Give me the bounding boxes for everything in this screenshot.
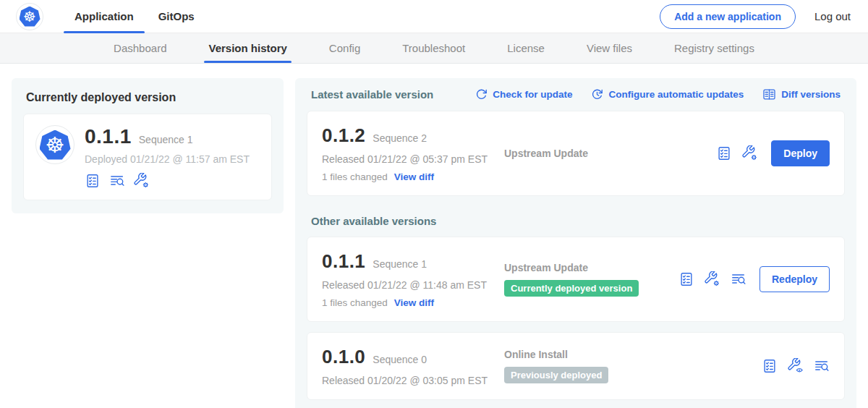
latest-version-header: Latest available version Check for updat… <box>311 88 841 101</box>
deployed-version-card: ☸ 0.1.1 Sequence 1 Deployed 01/21/22 @ 1… <box>23 114 272 200</box>
version-number: 0.1.0 <box>322 346 365 368</box>
version-card-actions <box>762 358 830 374</box>
edit-config-icon[interactable] <box>705 271 720 287</box>
version-card: 0.1.0 Sequence 0 Released 01/20/22 @ 03:… <box>307 332 845 400</box>
preflight-checks-icon[interactable] <box>716 145 732 161</box>
currently-deployed-panel: Currently deployed version ☸ 0.1.1 Seque… <box>12 78 284 213</box>
check-for-update-link[interactable]: Check for update <box>475 88 572 101</box>
tab-application[interactable]: Application <box>64 0 145 33</box>
deploy-logs-icon[interactable] <box>731 271 746 287</box>
view-config-icon[interactable] <box>788 358 804 374</box>
deploy-logs-icon[interactable] <box>814 358 830 374</box>
preflight-checks-icon[interactable] <box>678 271 694 287</box>
released-timestamp: Released 01/21/22 @ 11:48 am EST <box>322 279 504 291</box>
tab-config[interactable]: Config <box>328 33 362 63</box>
sequence-label: Sequence 0 <box>373 354 427 365</box>
version-card-actions: Redeploy <box>678 266 830 292</box>
released-timestamp: Released 01/21/22 @ 05:37 pm EST <box>322 153 504 165</box>
previously-deployed-badge: Previously deployed <box>504 367 608 383</box>
version-source: Online Install Previously deployed <box>504 349 762 383</box>
edit-config-icon[interactable] <box>134 173 150 189</box>
app-icon-badge: ☸ <box>35 125 75 164</box>
version-number: 0.1.2 <box>322 124 365 147</box>
edit-config-icon[interactable] <box>742 145 758 161</box>
tab-application-label: Application <box>75 10 134 22</box>
latest-version-title: Latest available version <box>311 88 433 101</box>
other-versions-title: Other available versions <box>311 215 841 227</box>
version-info: 0.1.1 Sequence 1 Released 01/21/22 @ 11:… <box>322 250 504 308</box>
redeploy-button[interactable]: Redeploy <box>760 266 830 292</box>
deployed-version-number: 0.1.1 <box>85 125 132 148</box>
released-timestamp: Released 01/20/22 @ 03:05 pm EST <box>322 375 504 386</box>
sequence-label: Sequence 2 <box>373 132 427 144</box>
currently-deployed-title: Currently deployed version <box>26 91 272 104</box>
deployed-timestamp: Deployed 01/21/22 @ 11:57 am EST <box>85 153 250 165</box>
refresh-icon <box>475 88 488 101</box>
tab-dashboard[interactable]: Dashboard <box>112 33 168 63</box>
available-versions-panel: Latest available version Check for updat… <box>295 78 856 408</box>
source-label: Upstream Update <box>504 262 678 273</box>
version-info: 0.1.0 Sequence 0 Released 01/20/22 @ 03:… <box>322 346 504 386</box>
app-sub-nav: Dashboard Version history Config Trouble… <box>0 33 868 64</box>
top-nav: ☸ Application GitOps Add a new applicati… <box>0 0 868 33</box>
diff-icon <box>762 88 776 101</box>
source-label: Upstream Update <box>504 148 716 159</box>
tab-gitops-label: GitOps <box>158 10 195 22</box>
tab-view-files[interactable]: View files <box>585 33 634 63</box>
tab-gitops[interactable]: GitOps <box>148 0 205 33</box>
tab-license[interactable]: License <box>506 33 546 63</box>
deploy-button[interactable]: Deploy <box>771 140 830 166</box>
kubernetes-logo-icon: ☸ <box>20 7 41 27</box>
view-diff-link[interactable]: View diff <box>394 171 434 182</box>
diff-versions-link[interactable]: Diff versions <box>762 88 841 101</box>
add-application-button[interactable]: Add a new application <box>660 4 796 29</box>
version-source: Upstream Update <box>504 148 716 159</box>
files-changed-label: 1 files changed <box>322 171 388 182</box>
view-diff-link[interactable]: View diff <box>394 297 434 308</box>
currently-deployed-badge: Currently deployed version <box>504 280 639 297</box>
deployed-version-info: 0.1.1 Sequence 1 Deployed 01/21/22 @ 11:… <box>85 125 250 189</box>
configure-automatic-updates-link[interactable]: Configure automatic updates <box>591 88 744 101</box>
kots-admin-console: ☸ Application GitOps Add a new applicati… <box>0 0 868 408</box>
version-number: 0.1.1 <box>322 250 365 273</box>
top-nav-right: Add a new application Log out <box>660 4 851 29</box>
check-for-update-label: Check for update <box>493 89 572 100</box>
app-logo: ☸ <box>16 3 43 30</box>
version-info: 0.1.2 Sequence 2 Released 01/21/22 @ 05:… <box>322 124 504 182</box>
deployed-sequence-label: Sequence 1 <box>139 134 193 145</box>
diff-versions-label: Diff versions <box>781 89 841 100</box>
version-card-actions: Deploy <box>716 140 830 166</box>
tab-version-history[interactable]: Version history <box>207 33 288 63</box>
tab-troubleshoot[interactable]: Troubleshoot <box>401 33 467 63</box>
version-source: Upstream Update Currently deployed versi… <box>504 262 678 297</box>
preflight-checks-icon[interactable] <box>85 173 101 189</box>
logout-button[interactable]: Log out <box>814 10 851 22</box>
schedule-update-icon <box>591 88 603 101</box>
version-card: 0.1.2 Sequence 2 Released 01/21/22 @ 05:… <box>307 111 845 196</box>
source-label: Online Install <box>504 349 762 360</box>
version-actions: Check for update Configure automatic upd… <box>475 88 841 101</box>
kubernetes-logo-icon: ☸ <box>40 130 71 160</box>
tab-registry-settings[interactable]: Registry settings <box>673 33 756 63</box>
main-content: Currently deployed version ☸ 0.1.1 Seque… <box>0 64 868 408</box>
top-nav-tabs: Application GitOps <box>64 0 208 33</box>
files-changed-label: 1 files changed <box>322 297 388 308</box>
preflight-checks-icon[interactable] <box>762 358 778 374</box>
deploy-logs-icon[interactable] <box>109 173 125 189</box>
sequence-label: Sequence 1 <box>373 258 427 270</box>
version-card: 0.1.1 Sequence 1 Released 01/21/22 @ 11:… <box>307 237 845 322</box>
configure-automatic-updates-label: Configure automatic updates <box>608 89 744 100</box>
